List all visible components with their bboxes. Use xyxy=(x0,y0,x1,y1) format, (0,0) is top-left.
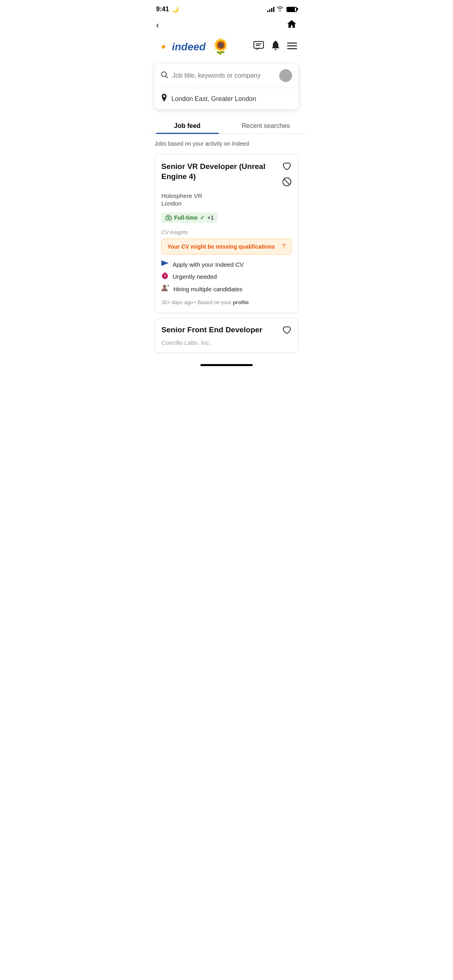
search-container: London East, Greater London xyxy=(154,64,299,109)
location-icon xyxy=(161,94,167,104)
location-text: London East, Greater London xyxy=(171,95,256,103)
home-button[interactable] xyxy=(286,19,297,31)
svg-marker-14 xyxy=(161,260,169,266)
cv-warning-help-icon[interactable]: ? xyxy=(282,243,286,250)
job-footer-1: 30+ days ago • Based on your profile xyxy=(161,299,292,305)
status-time: 9:41 🌙 xyxy=(156,6,179,13)
badge-plus: +1 xyxy=(207,214,214,221)
tab-recent-searches[interactable]: Recent searches xyxy=(226,117,305,134)
search-input[interactable] xyxy=(172,72,275,79)
hiring-multiple-item: Hiring multiple candidates xyxy=(161,284,292,294)
tabs: Job feed Recent searches xyxy=(148,117,305,134)
apply-arrow-icon xyxy=(161,260,169,269)
job-card-2: Senior Front End Developer Concilio Labs… xyxy=(154,318,299,353)
feed-label: Jobs based on your activity on Indeed xyxy=(148,134,305,151)
notification-icon[interactable] xyxy=(271,41,280,53)
home-indicator xyxy=(148,359,305,369)
nav-bar: ‹ xyxy=(148,16,305,36)
status-bar: 9:41 🌙 xyxy=(148,0,305,16)
cv-warning-banner[interactable]: Your CV might be missing qualifications … xyxy=(161,239,292,255)
job-badges-1: Full-time ✓ +1 xyxy=(161,212,292,223)
indeed-logo: 🔸 indeed xyxy=(156,41,206,53)
moon-icon: 🌙 xyxy=(172,6,179,12)
home-bar xyxy=(200,364,253,366)
header-icons xyxy=(253,41,297,53)
location-row[interactable]: London East, Greater London xyxy=(154,88,299,109)
user-avatar xyxy=(279,69,292,82)
sunflower-emoji: 🌻 xyxy=(211,38,230,56)
tab-job-feed[interactable]: Job feed xyxy=(148,117,226,134)
cv-warning-text: Your CV might be missing qualifications xyxy=(167,243,275,250)
wifi-icon xyxy=(277,6,283,12)
fulltime-badge: Full-time ✓ +1 xyxy=(161,212,218,223)
urgently-needed-item: Urgently needed xyxy=(161,272,292,281)
cv-insights-label: CV insights xyxy=(161,229,292,235)
svg-rect-13 xyxy=(167,218,170,219)
hiring-person-icon xyxy=(161,284,169,294)
svg-line-11 xyxy=(284,179,290,185)
header: 🔸 indeed 🌻 xyxy=(148,36,305,60)
fulltime-label: Full-time xyxy=(174,214,198,221)
job-title-2[interactable]: Senior Front End Developer xyxy=(161,325,282,334)
svg-rect-0 xyxy=(254,41,264,48)
company-name-1: Holosphere VR xyxy=(161,192,292,199)
job-title-1[interactable]: Senior VR Developer (Unreal Engine 4) xyxy=(161,162,278,181)
back-button[interactable]: ‹ xyxy=(156,20,159,31)
save-job-button-1[interactable] xyxy=(282,162,292,173)
apply-cv-item[interactable]: Apply with your Indeed CV xyxy=(161,260,292,269)
svg-point-3 xyxy=(275,49,276,50)
job-actions-1 xyxy=(282,162,292,189)
company-name-2: Concilio Labs, Inc. xyxy=(161,339,292,346)
search-icon xyxy=(161,71,168,80)
job-card-2-header: Senior Front End Developer xyxy=(161,325,292,337)
svg-line-8 xyxy=(166,76,168,78)
save-job-button-2[interactable] xyxy=(282,325,292,337)
check-icon: ✓ xyxy=(200,214,205,221)
job-location-1: London xyxy=(161,200,292,207)
menu-icon[interactable] xyxy=(287,41,297,52)
svg-point-19 xyxy=(163,285,166,288)
job-details-list: Apply with your Indeed CV Urgently neede… xyxy=(161,260,292,294)
status-icons xyxy=(267,6,297,12)
urgent-clock-icon xyxy=(161,272,169,281)
messages-icon[interactable] xyxy=(253,41,264,52)
search-row[interactable] xyxy=(154,64,299,88)
job-card-1-header: Senior VR Developer (Unreal Engine 4) xyxy=(161,162,292,189)
svg-point-7 xyxy=(162,72,167,76)
battery-icon xyxy=(286,7,297,12)
svg-point-9 xyxy=(163,95,165,97)
hide-job-button-1[interactable] xyxy=(282,177,292,189)
svg-rect-18 xyxy=(164,272,166,273)
job-card-1: Senior VR Developer (Unreal Engine 4) Ho… xyxy=(154,154,299,313)
signal-icon xyxy=(267,6,274,12)
